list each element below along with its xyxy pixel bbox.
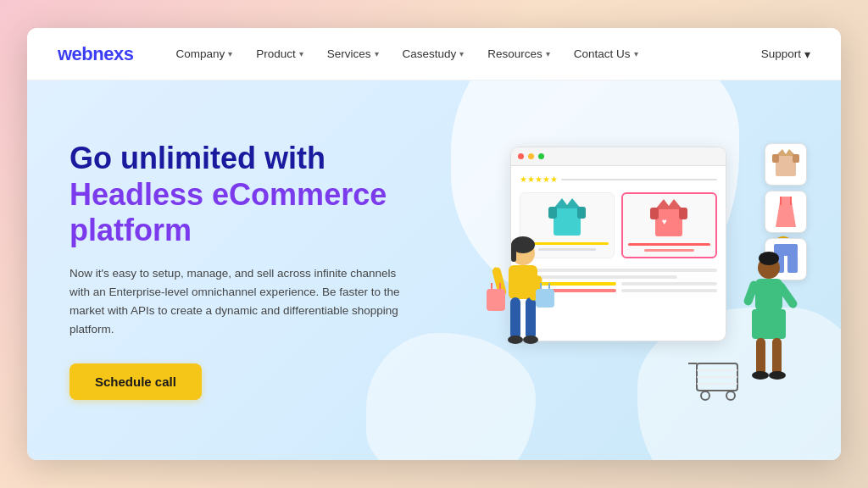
svg-rect-23 xyxy=(510,297,520,340)
hero-content: Go unlimited with Headless eCommerce pla… xyxy=(27,107,451,433)
nav-item-casestudy[interactable]: Casestudy ▾ xyxy=(391,41,476,67)
nav-item-resources[interactable]: Resources ▾ xyxy=(476,41,562,67)
chevron-down-icon: ▾ xyxy=(546,49,550,58)
svg-point-43 xyxy=(769,371,786,380)
nav-item-company[interactable]: Company ▾ xyxy=(164,41,244,67)
hero-title-line2: Headless eCommerce xyxy=(70,177,387,212)
svg-marker-15 xyxy=(655,199,682,209)
hero-illustration: $ $ xyxy=(485,135,807,406)
nav-item-contact[interactable]: Contact Us ▾ xyxy=(562,41,650,67)
hero-description: Now it's easy to setup, manage, and sell… xyxy=(70,264,409,340)
svg-rect-14 xyxy=(655,209,682,236)
svg-rect-32 xyxy=(536,289,554,308)
shopper-figure xyxy=(485,228,561,397)
svg-rect-41 xyxy=(772,338,782,375)
nav-item-support[interactable]: Support ▾ xyxy=(761,47,810,61)
svg-rect-40 xyxy=(756,338,765,375)
svg-point-48 xyxy=(701,391,709,400)
hero-title-line3: platform xyxy=(70,213,192,247)
schedule-call-button[interactable]: Schedule call xyxy=(70,363,202,400)
svg-marker-11 xyxy=(554,198,581,208)
svg-point-36 xyxy=(759,252,779,265)
svg-rect-12 xyxy=(548,207,557,219)
svg-point-42 xyxy=(752,371,769,380)
price-bar-2 xyxy=(644,249,694,252)
browser-bar xyxy=(511,147,726,166)
chevron-down-icon: ▾ xyxy=(459,49,464,58)
rating-bar-2 xyxy=(628,243,711,246)
svg-rect-28 xyxy=(487,289,505,311)
browser-dot-yellow xyxy=(528,153,534,159)
chevron-down-icon: ▾ xyxy=(375,49,379,58)
browser-window: webnexs Company ▾ Product ▾ Services ▾ C… xyxy=(27,28,841,460)
browser-dot-green xyxy=(538,153,544,159)
navbar: webnexs Company ▾ Product ▾ Services ▾ C… xyxy=(27,28,841,80)
hero-title-line1: Go unlimited with xyxy=(70,141,326,175)
cart-svg xyxy=(688,357,743,403)
character-shopper xyxy=(485,228,561,397)
svg-rect-16 xyxy=(650,208,659,219)
svg-rect-2 xyxy=(772,154,779,163)
svg-point-49 xyxy=(726,391,735,400)
nav-item-product[interactable]: Product ▾ xyxy=(244,41,315,67)
svg-point-26 xyxy=(523,336,538,344)
svg-rect-13 xyxy=(577,207,586,219)
svg-text:♥: ♥ xyxy=(662,217,667,226)
dress-icon xyxy=(772,197,799,227)
chevron-down-icon: ▾ xyxy=(299,49,303,58)
nav-links: Company ▾ Product ▾ Services ▾ Casestudy… xyxy=(164,41,760,67)
chevron-down-icon: ▾ xyxy=(804,47,810,61)
svg-rect-3 xyxy=(793,154,799,163)
nav-item-services[interactable]: Services ▾ xyxy=(315,41,391,67)
hero-section: Go unlimited with Headless eCommerce pla… xyxy=(27,80,841,460)
svg-point-25 xyxy=(508,336,523,344)
svg-rect-21 xyxy=(511,245,516,262)
browser-dot-red xyxy=(518,153,524,159)
svg-marker-4 xyxy=(776,197,796,227)
chevron-down-icon: ▾ xyxy=(634,49,638,58)
svg-rect-39 xyxy=(752,309,786,339)
character-presenter xyxy=(735,247,803,399)
shirt-icon xyxy=(772,149,799,180)
hero-title: Go unlimited with Headless eCommerce pla… xyxy=(70,141,409,248)
pink-shirt-icon: ♥ xyxy=(650,199,687,240)
product-card-2: ♥ xyxy=(621,192,718,258)
presenter-figure xyxy=(735,247,803,399)
chevron-down-icon: ▾ xyxy=(228,49,232,58)
mini-product-2 xyxy=(765,191,807,233)
svg-rect-24 xyxy=(526,297,536,340)
svg-rect-17 xyxy=(679,208,687,219)
shopping-cart-icon xyxy=(688,357,739,399)
brand-logo[interactable]: webnexs xyxy=(58,43,133,65)
mini-product-1 xyxy=(765,143,807,186)
